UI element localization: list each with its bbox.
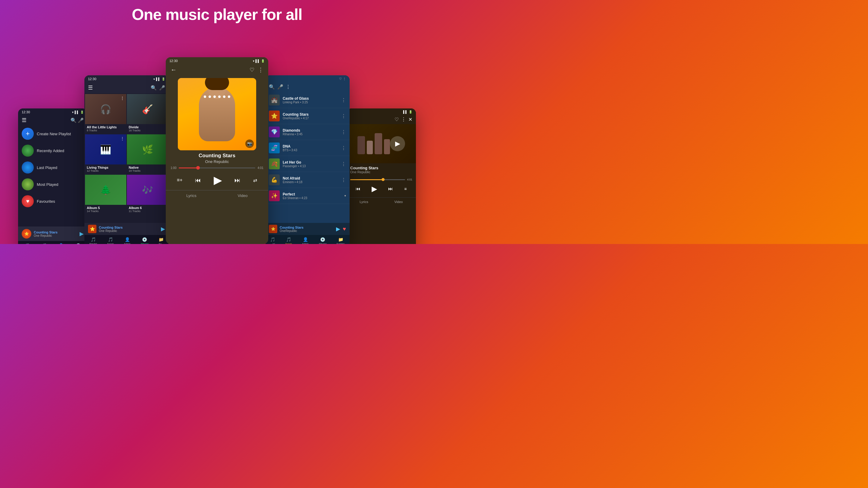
p-battery-icon: 🔋: [261, 59, 265, 63]
create-playlist-button[interactable]: +: [22, 128, 34, 140]
albums-nav-albums[interactable]: 💿 Albums: [141, 237, 149, 244]
song-more-6[interactable]: •: [344, 193, 346, 198]
song-more-3[interactable]: ⋮: [341, 145, 346, 151]
song-more-4[interactable]: ⋮: [341, 161, 346, 167]
album-card-3[interactable]: 🌿 Native 19 Tracks: [127, 134, 168, 174]
albums-nav-folders[interactable]: 📁 Fo...: [158, 237, 164, 244]
albums-nav-artists[interactable]: 👤 Artists: [124, 237, 130, 244]
songlist-now-playing-bar[interactable]: ⭐ Counting Stars OneRepublic ▶ ♥: [265, 223, 350, 235]
album-card-2[interactable]: 🎹 ⋮ Living Things 12 Tracks: [85, 134, 126, 174]
album-more-2[interactable]: ⋮: [120, 136, 124, 141]
song-row-3[interactable]: 🧬 DNA BTS • 3:43 ⋮: [265, 140, 350, 156]
song-info-5: Not Afraid Eminem • 4:18: [283, 176, 338, 184]
v-prev-button[interactable]: ⏮: [355, 185, 361, 193]
next-button[interactable]: ⏭: [235, 177, 241, 184]
v-queue-button[interactable]: ≡: [404, 185, 407, 193]
mic-icon[interactable]: 🎤: [78, 118, 84, 123]
album-tracks-4: 14 Tracks: [87, 210, 124, 213]
playlist-favourites[interactable]: ♥ Favourites: [18, 193, 87, 210]
create-playlist-item[interactable]: + Create New Playlist: [18, 125, 87, 142]
song-row-1[interactable]: ⭐ Counting Stars OneRepublic • 4:17 ⋮: [265, 108, 350, 124]
song-row-4[interactable]: 🍂 Let Her Go Passenger • 4:13 ⋮: [265, 156, 350, 172]
song-row-2[interactable]: 💎 Diamonds Rihanna • 3:45 ⋮: [265, 124, 350, 140]
search-icon[interactable]: 🔍: [70, 118, 76, 123]
create-playlist-label: Create New Playlist: [37, 132, 71, 136]
playlist-last-played[interactable]: Last Played: [18, 159, 87, 176]
video-play-overlay[interactable]: ▶: [390, 136, 405, 151]
most-played-label: Most Played: [37, 182, 59, 187]
album-card-4[interactable]: 🌲 Album 5 14 Tracks: [85, 175, 126, 215]
albums-mic-icon[interactable]: 🎤: [159, 85, 165, 91]
video-more-button[interactable]: ⋮: [401, 117, 406, 122]
playlist-now-playing-bar[interactable]: ⭐ Counting Stars One Republic ▶: [18, 227, 87, 241]
playlist-recently-added[interactable]: Recently Added: [18, 142, 87, 159]
sl-more-icon[interactable]: ⋮: [343, 77, 346, 80]
playlist-most-played[interactable]: Most Played: [18, 176, 87, 193]
albums-now-playing-bar[interactable]: ⭐ Counting Stars One Republic ▶: [84, 223, 169, 235]
np-play-icon[interactable]: ▶: [80, 230, 84, 237]
song-meta-2: Rihanna • 3:45: [283, 133, 338, 136]
albums-search-icon[interactable]: 🔍: [151, 85, 157, 91]
v-play-button[interactable]: ▶: [372, 185, 377, 193]
sl-np-thumb: ⭐: [269, 225, 277, 233]
video-close-button[interactable]: ✕: [408, 117, 412, 122]
nav-artists[interactable]: 👤 Artists: [58, 243, 64, 244]
v-tab-lyrics[interactable]: Lyrics: [347, 198, 381, 206]
v-tab-video[interactable]: Video: [381, 198, 416, 206]
album-tracks-3: 19 Tracks: [129, 169, 166, 172]
video-heart-button[interactable]: ♡: [395, 117, 399, 122]
song-row-0[interactable]: 🏰 Castle of Glass Linking Park • 3:25 ⋮: [265, 92, 350, 108]
nav-songs[interactable]: 🎵 Songs: [41, 243, 48, 244]
album-more-0[interactable]: ⋮: [120, 96, 124, 101]
sl-np-play[interactable]: ▶: [336, 226, 340, 232]
song-title-3: DNA: [283, 144, 338, 149]
albums-nav-songs[interactable]: 🎵 Songs: [107, 237, 114, 244]
nav-albums[interactable]: 💿 Albums: [74, 243, 83, 244]
albums-menu-icon[interactable]: ☰: [88, 84, 93, 91]
sl-heart-icon[interactable]: ♡: [339, 77, 342, 80]
album-card-0[interactable]: 🎧 ⋮ All the Little Lights 8 Tracks: [85, 94, 126, 134]
song-more-2[interactable]: ⋮: [341, 129, 346, 135]
sl-nav-playlist[interactable]: 🎵 ...ist: [270, 237, 275, 244]
song-more-1[interactable]: ⋮: [341, 113, 346, 119]
shuffle-button[interactable]: ⇄: [253, 177, 257, 183]
sl-more-btn[interactable]: ⋮: [286, 84, 290, 90]
sl-nav-artists[interactable]: 👤 Artists: [302, 237, 309, 244]
song-row-5[interactable]: 💪 Not Afraid Eminem • 4:18 ⋮: [265, 172, 350, 188]
player-heart-button[interactable]: ♡: [250, 67, 254, 73]
song-more-5[interactable]: ⋮: [341, 177, 346, 183]
tab-lyrics[interactable]: Lyrics: [166, 190, 217, 201]
p-wifi-icon: ▾: [253, 59, 254, 63]
nav-playlist[interactable]: 🎵 Playlist: [23, 243, 31, 244]
player-back-button[interactable]: ←: [170, 66, 177, 73]
song-more-0[interactable]: ⋮: [341, 97, 346, 103]
albums-np-play[interactable]: ▶: [161, 226, 165, 232]
album-card-5[interactable]: 🎶 Album 6 11 Tracks: [127, 175, 168, 215]
v-next-button[interactable]: ⏭: [388, 185, 393, 193]
album-title-5: Album 6: [129, 206, 166, 210]
screen-songlist: ♡ ⋮ 🔍 🎤 ⋮ 🏰 Castle of Glass Linking Park…: [265, 75, 350, 244]
sl-np-heart[interactable]: ♥: [343, 226, 346, 232]
albums-nav-playlist[interactable]: 🎵 Playlist: [90, 237, 97, 244]
sl-nav-albums[interactable]: 💿 Albums: [318, 237, 327, 244]
a-nav-songs-label: Songs: [107, 242, 114, 244]
camera-button[interactable]: 📷: [245, 139, 254, 148]
song-row-6[interactable]: ✨ Perfect Ed Sheeran • 4:23 •: [265, 188, 350, 204]
album-info-1: Divide 16 Tracks: [127, 124, 168, 134]
prev-button[interactable]: ⏮: [195, 177, 201, 184]
tab-video[interactable]: Video: [217, 190, 268, 201]
player-more-button[interactable]: ⋮: [258, 67, 264, 73]
sl-search-icon[interactable]: 🔍: [269, 84, 275, 90]
album-thumb-5: 🎶: [127, 175, 168, 205]
p-signal-icon: ▌▌: [255, 59, 260, 63]
sl-np-title: Counting Stars: [280, 226, 336, 229]
albums-time: 12:30: [88, 77, 96, 81]
sl-nav-folders[interactable]: 📁 Folders: [337, 237, 345, 244]
progress-bar[interactable]: [179, 167, 255, 168]
album-card-1[interactable]: 🎸 Divide 16 Tracks: [127, 94, 168, 134]
play-button[interactable]: ▶: [214, 174, 222, 187]
sl-mic-icon[interactable]: 🎤: [277, 84, 283, 90]
sl-nav-songs[interactable]: 🎵 Songs: [285, 237, 292, 244]
menu-icon[interactable]: ☰: [22, 117, 27, 124]
queue-add-button[interactable]: ≡+: [177, 177, 183, 183]
